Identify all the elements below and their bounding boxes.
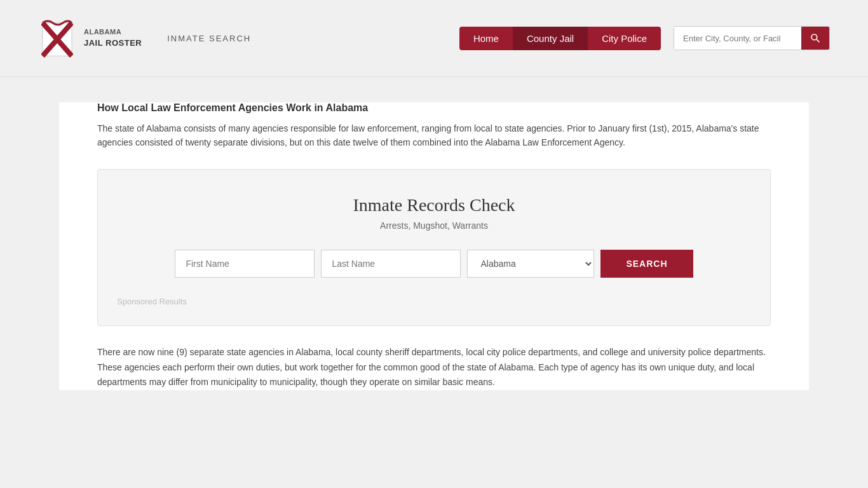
logo-link[interactable]: ALABAMA JAIL ROSTER: [38, 13, 142, 64]
first-name-input[interactable]: [175, 250, 315, 278]
sponsored-results: Sponsored Results: [117, 290, 751, 306]
header-search-bar: [674, 26, 830, 50]
logo-line1: ALABAMA: [84, 27, 142, 37]
article-text-2: There are now nine (9) separate state ag…: [97, 345, 771, 390]
records-form: Alabama Alaska Arizona Arkansas Californ…: [117, 250, 751, 278]
article-heading: How Local Law Enforcement Agencies Work …: [97, 102, 771, 114]
nav-home-button[interactable]: Home: [459, 27, 513, 50]
logo-text-block: ALABAMA JAIL ROSTER: [84, 27, 142, 49]
svg-point-3: [811, 34, 817, 40]
search-icon: [810, 33, 820, 43]
nav-buttons: Home County Jail City Police: [459, 27, 661, 50]
inmate-search-label: INMATE SEARCH: [167, 34, 251, 43]
alabama-flag-svg: [41, 18, 73, 59]
main-content: How Local Law Enforcement Agencies Work …: [59, 102, 809, 390]
header-search-button[interactable]: [801, 27, 829, 50]
header: ALABAMA JAIL ROSTER INMATE SEARCH Home C…: [0, 0, 868, 77]
nav-county-jail-button[interactable]: County Jail: [513, 27, 588, 50]
records-check-box: Inmate Records Check Arrests, Mugshot, W…: [97, 169, 771, 326]
nav-area: Home County Jail City Police: [459, 26, 830, 50]
svg-line-4: [817, 39, 819, 42]
records-search-button[interactable]: SEARCH: [600, 250, 693, 278]
state-select[interactable]: Alabama Alaska Arizona Arkansas Californ…: [467, 250, 594, 278]
records-title: Inmate Records Check: [117, 195, 751, 215]
nav-city-police-button[interactable]: City Police: [588, 27, 661, 50]
logo-line2: JAIL ROSTER: [84, 37, 142, 49]
records-subtitle: Arrests, Mugshot, Warrants: [117, 220, 751, 231]
article-text-1: The state of Alabama consists of many ag…: [97, 121, 771, 150]
last-name-input[interactable]: [321, 250, 461, 278]
logo-icon: [38, 13, 76, 64]
header-search-input[interactable]: [674, 27, 801, 50]
